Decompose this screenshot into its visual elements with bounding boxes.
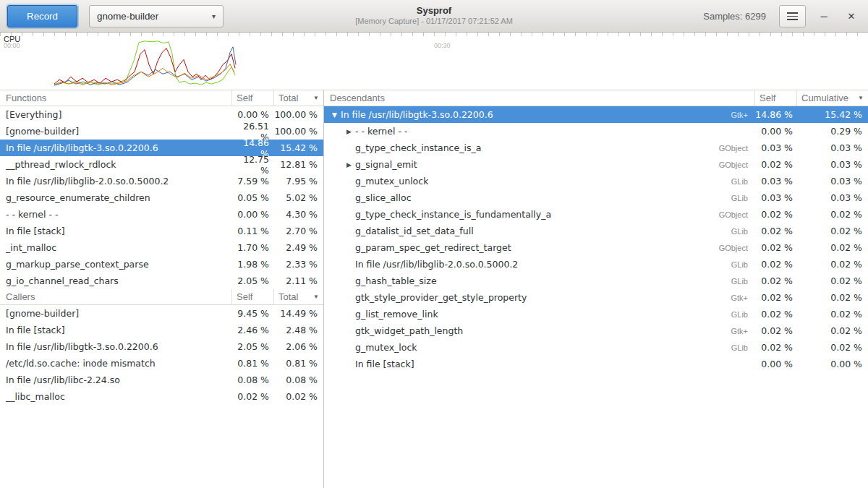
cumulative-percent: 0.02 %	[797, 259, 868, 270]
cpu-graph-svg	[0, 33, 868, 90]
table-row[interactable]: g_resource_enumerate_children 0.05 % 5.0…	[0, 189, 323, 206]
table-row[interactable]: - - kernel - - 0.00 % 0.29 %	[324, 123, 868, 140]
descendants-column-header[interactable]: Descendants	[324, 90, 755, 106]
callers-table: [gnome-builder] 9.45 % 14.49 % In file […	[0, 305, 323, 405]
headerbar: Record gnome-builder ▾ Sysprof [Memory C…	[0, 0, 868, 33]
minimize-button[interactable]: ─	[814, 7, 833, 25]
table-row[interactable]: In file /usr/lib/libgtk-3.so.0.2200.6 Gt…	[324, 106, 868, 123]
table-row[interactable]: gtk_style_provider_get_style_property Gt…	[324, 289, 868, 306]
table-row[interactable]: __libc_malloc 0.02 % 0.02 %	[0, 388, 323, 405]
library-badge: GLib	[731, 310, 755, 319]
table-row[interactable]: _int_malloc 1.70 % 2.49 %	[0, 239, 323, 256]
descendant-name: g_datalist_id_set_data_full	[355, 226, 474, 236]
table-row[interactable]: - - kernel - - 0.00 % 4.30 %	[0, 206, 323, 223]
table-row[interactable]: In file /usr/lib/libgtk-3.so.0.2200.6 14…	[0, 140, 323, 156]
table-row[interactable]: In file /usr/lib/libglib-2.0.so.0.5000.2…	[0, 173, 323, 189]
table-row[interactable]: g_list_remove_link GLib 0.02 % 0.02 %	[324, 306, 868, 322]
cumulative-percent: 0.02 %	[797, 275, 868, 286]
table-row[interactable]: In file /usr/lib/libglib-2.0.so.0.5000.2…	[324, 256, 868, 273]
library-badge: GLib	[731, 343, 755, 352]
table-row[interactable]: gtk_widget_path_length Gtk+ 0.02 % 0.02 …	[324, 322, 868, 339]
table-row[interactable]: g_markup_parse_context_parse 1.98 % 2.33…	[0, 256, 323, 273]
function-name: In file [stack]	[0, 226, 232, 236]
total-percent: 100.00 %	[274, 109, 323, 120]
table-row[interactable]: [gnome-builder] 26.51 % 100.00 %	[0, 123, 323, 140]
functions-self-column-header[interactable]: Self	[232, 90, 274, 106]
total-percent: 2.48 %	[274, 325, 323, 335]
app-title: Sysprof	[355, 5, 513, 17]
process-selector-label: gnome-builder	[97, 11, 158, 22]
functions-column-header[interactable]: Functions	[0, 90, 232, 106]
table-row[interactable]: g_io_channel_read_chars 2.05 % 2.11 %	[0, 273, 323, 289]
function-name: g_markup_parse_context_parse	[0, 259, 232, 270]
descendant-name: g_list_remove_link	[355, 309, 438, 320]
table-row[interactable]: g_mutex_lock GLib 0.02 % 0.02 %	[324, 339, 868, 356]
menu-button[interactable]	[779, 5, 806, 27]
function-name: _int_malloc	[0, 242, 232, 253]
cumulative-percent: 0.02 %	[797, 242, 868, 253]
self-percent: 0.02 %	[755, 159, 797, 170]
callers-column-header[interactable]: Callers	[0, 289, 232, 304]
function-name: g_io_channel_read_chars	[0, 275, 232, 286]
caller-name: In file /usr/lib/libc-2.24.so	[0, 374, 232, 385]
close-button[interactable]: ✕	[842, 7, 861, 25]
sort-indicator-icon: ▼	[309, 95, 319, 101]
left-pane: Functions Self Total ▼ [Everything] 0.00…	[0, 90, 324, 488]
table-row[interactable]: In file /usr/lib/libgtk-3.so.0.2200.6 2.…	[0, 338, 323, 355]
table-row[interactable]: g_param_spec_get_redirect_target GObject…	[324, 239, 868, 256]
self-percent: 0.02 %	[755, 342, 797, 353]
total-percent: 7.95 %	[274, 176, 323, 187]
table-row[interactable]: In file [stack] 0.00 % 0.00 %	[324, 356, 868, 372]
table-row[interactable]: g_hash_table_size GLib 0.02 % 0.02 %	[324, 273, 868, 289]
descendant-name: In file /usr/lib/libgtk-3.so.0.2200.6	[341, 109, 493, 120]
self-percent: 2.05 %	[232, 341, 274, 352]
self-percent: 0.00 %	[232, 109, 274, 120]
functions-total-column-header[interactable]: Total ▼	[274, 90, 323, 106]
function-name: In file /usr/lib/libgtk-3.so.0.2200.6	[0, 142, 232, 153]
function-name: [Everything]	[0, 109, 232, 120]
table-row[interactable]: g_signal_emit GObject 0.02 % 0.03 %	[324, 156, 868, 173]
library-badge: GLib	[731, 260, 755, 269]
cumulative-percent: 0.03 %	[797, 159, 868, 170]
descendants-cumulative-column-header[interactable]: Cumulative ▼	[797, 90, 868, 106]
descendants-self-column-header[interactable]: Self	[755, 90, 797, 106]
table-row[interactable]: In file [stack] 0.11 % 2.70 %	[0, 223, 323, 239]
total-percent: 2.11 %	[274, 275, 323, 286]
record-button[interactable]: Record	[7, 5, 77, 27]
table-row[interactable]: g_slice_alloc GLib 0.03 % 0.03 %	[324, 189, 868, 206]
table-row[interactable]: g_datalist_id_set_data_full GLib 0.02 % …	[324, 223, 868, 239]
functions-header-row: Functions Self Total ▼	[0, 90, 323, 106]
right-pane: Descendants Self Cumulative ▼ In file /u…	[324, 90, 868, 488]
process-selector-dropdown[interactable]: gnome-builder ▾	[89, 5, 224, 27]
callers-total-column-header[interactable]: Total ▼	[274, 289, 323, 304]
caller-name: /etc/ld.so.cache: inode mismatch	[0, 358, 232, 369]
total-percent: 2.70 %	[274, 226, 323, 236]
total-percent: 100.00 %	[274, 126, 323, 137]
chevron-down-icon: ▾	[212, 12, 216, 20]
library-badge: Gtk+	[731, 327, 755, 335]
function-name: __pthread_rwlock_rdlock	[0, 159, 232, 170]
expander-icon[interactable]	[343, 161, 355, 168]
library-badge: GLib	[731, 177, 755, 186]
table-row[interactable]: /etc/ld.so.cache: inode mismatch 0.81 % …	[0, 355, 323, 372]
self-percent: 2.46 %	[232, 325, 274, 335]
table-row[interactable]: g_type_check_instance_is_a GObject 0.03 …	[324, 140, 868, 156]
total-percent: 0.81 %	[274, 358, 323, 369]
cpu-usage-graph[interactable]: CPU 00:00 00:30	[0, 33, 868, 90]
total-percent: 4.30 %	[274, 209, 323, 220]
expander-icon[interactable]	[328, 111, 341, 119]
descendant-name: g_mutex_unlock	[355, 176, 428, 187]
callers-self-column-header[interactable]: Self	[232, 289, 274, 304]
expander-icon[interactable]	[343, 128, 355, 135]
table-row[interactable]: [gnome-builder] 9.45 % 14.49 %	[0, 305, 323, 322]
cumulative-percent: 0.00 %	[797, 359, 868, 369]
table-row[interactable]: [Everything] 0.00 % 100.00 %	[0, 106, 323, 123]
descendant-name: g_mutex_lock	[355, 342, 417, 353]
table-row[interactable]: In file [stack] 2.46 % 2.48 %	[0, 322, 323, 338]
table-row[interactable]: g_type_check_instance_is_fundamentally_a…	[324, 206, 868, 223]
caller-name: [gnome-builder]	[0, 308, 232, 319]
sort-indicator-icon: ▼	[854, 95, 864, 101]
table-row[interactable]: __pthread_rwlock_rdlock 12.75 % 12.81 %	[0, 156, 323, 173]
table-row[interactable]: g_mutex_unlock GLib 0.03 % 0.03 %	[324, 173, 868, 189]
table-row[interactable]: In file /usr/lib/libc-2.24.so 0.08 % 0.0…	[0, 372, 323, 388]
